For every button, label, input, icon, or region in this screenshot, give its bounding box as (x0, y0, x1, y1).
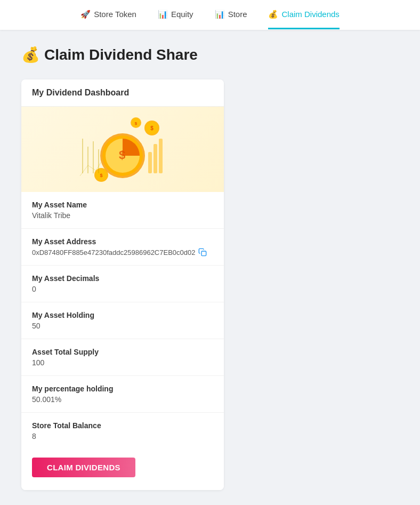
claim-button-area: CLAIM DIVIDENDS (21, 449, 224, 490)
card-header: My Dividend Dashboard (21, 79, 224, 107)
svg-text:$: $ (119, 148, 125, 162)
asset-name-label: My Asset Name (32, 201, 213, 209)
dividend-illustration: $ $ $ $ (69, 112, 176, 187)
asset-address-value: 0xD87480FF885e47230faddc25986962C7EB0c0d… (32, 248, 213, 256)
store-chart-icon: 📊 (215, 10, 225, 19)
navigation: 🚀 Store Token 📊 Equity 📊 Store 💰 Claim D… (0, 0, 420, 30)
asset-holding-row: My Asset Holding 50 (21, 302, 224, 339)
copy-address-icon[interactable] (198, 248, 207, 256)
asset-address-row: My Asset Address 0xD87480FF885e47230fadd… (21, 229, 224, 266)
asset-holding-value: 50 (32, 322, 213, 330)
nav-claim-dividends[interactable]: 💰 Claim Dividends (268, 1, 339, 29)
asset-total-supply-row: Asset Total Supply 100 (21, 339, 224, 376)
store-total-balance-row: Store Total Balance 8 (21, 413, 224, 449)
svg-rect-13 (154, 144, 157, 173)
dashboard-card: My Dividend Dashboard $ $ (21, 79, 224, 490)
data-section: My Asset Name Vitalik Tribe My Asset Add… (21, 192, 224, 449)
store-total-balance-value: 8 (32, 432, 213, 440)
asset-total-supply-label: Asset Total Supply (32, 348, 213, 356)
percentage-holding-value: 50.001% (32, 395, 213, 404)
nav-store[interactable]: 📊 Store (215, 1, 247, 29)
nav-store-token[interactable]: 🚀 Store Token (80, 1, 136, 29)
nav-equity[interactable]: 📊 Equity (158, 1, 193, 29)
svg-text:$: $ (150, 125, 154, 131)
main-content: 💰 Claim Dividend Share My Dividend Dashb… (0, 30, 420, 505)
percentage-holding-label: My percentage holding (32, 384, 213, 393)
page-title-emoji: 💰 (21, 46, 40, 63)
svg-text:$: $ (100, 173, 102, 178)
asset-decimals-label: My Asset Decimals (32, 274, 213, 283)
money-bag-icon: 💰 (268, 10, 278, 19)
rocket-icon: 🚀 (80, 10, 91, 19)
claim-dividends-button[interactable]: CLAIM DIVIDENDS (32, 458, 135, 477)
asset-holding-label: My Asset Holding (32, 311, 213, 319)
store-total-balance-label: Store Total Balance (32, 421, 213, 430)
asset-name-row: My Asset Name Vitalik Tribe (21, 192, 224, 229)
svg-text:$: $ (135, 121, 138, 126)
card-illustration: $ $ $ $ (21, 107, 224, 192)
asset-total-supply-value: 100 (32, 358, 213, 367)
chart-icon: 📊 (158, 10, 168, 19)
asset-name-value: Vitalik Tribe (32, 211, 213, 220)
svg-rect-19 (201, 251, 206, 256)
svg-rect-14 (159, 139, 163, 173)
asset-decimals-value: 0 (32, 285, 213, 293)
svg-rect-12 (148, 152, 152, 173)
percentage-holding-row: My percentage holding 50.001% (21, 376, 224, 413)
asset-address-label: My Asset Address (32, 237, 213, 246)
page-title: 💰 Claim Dividend Share (21, 46, 399, 63)
asset-decimals-row: My Asset Decimals 0 (21, 266, 224, 302)
